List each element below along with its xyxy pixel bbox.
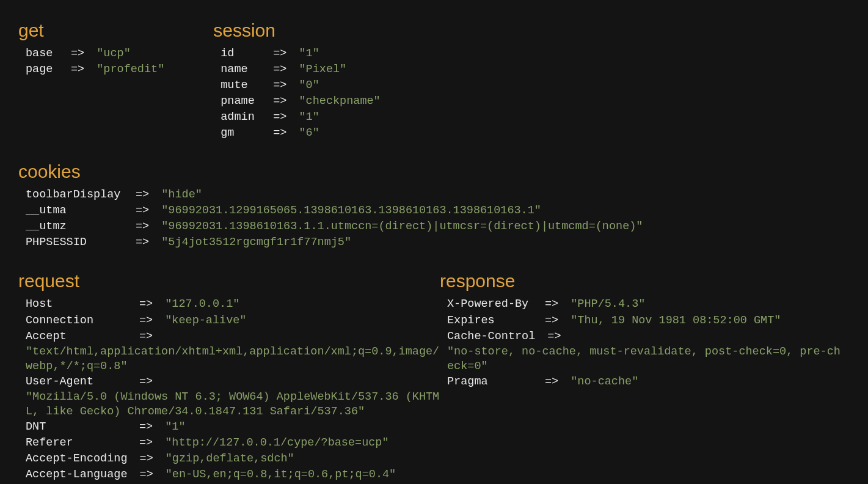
request-key: Host [26,297,127,312]
request-key: Connection [26,314,127,328]
response-value: "no-cache" [571,375,638,389]
session-key: name [221,62,261,77]
request-key: Accept [26,329,127,344]
session-key: id [221,46,261,61]
session-value: "1" [299,110,319,125]
response-value: "Thu, 19 Nov 1981 08:52:00 GMT" [571,314,781,328]
cookies-key: __utma [26,204,123,218]
session-value: "1" [299,46,319,61]
request-value: "127.0.0.1" [165,297,239,312]
arrow: => [261,126,299,141]
session-key: gm [221,126,261,141]
request-row: Connection=>"keep-alive" [26,313,440,329]
cookies-value: "hide" [161,188,202,202]
arrow: => [533,375,571,389]
get-table: base=>"ucp"page=>"profedit" [18,46,164,78]
response-row: X-Powered-By=>"PHP/5.4.3" [447,296,843,312]
session-row: id=>"1" [221,46,380,62]
get-key: base [26,46,59,61]
arrow: => [123,235,161,250]
request-row: Referer=>"http://127.0.0.1/cype/?base=uc… [26,435,440,451]
request-row: Accept-Language=>"en-US,en;q=0.8,it;q=0.… [26,467,440,483]
arrow: => [127,297,165,312]
session-table: id=>"1"name=>"Pixel"mute=>"0"pname=>"che… [213,46,380,141]
section-response: response X-Powered-By=>"PHP/5.4.3"Expire… [440,269,843,484]
request-row: Host=>"127.0.0.1" [26,296,440,312]
arrow: => [59,62,97,77]
cookies-row: PHPSESSID=>"5j4jot3512rgcmgf1r1f77nmj5" [26,235,850,251]
request-key: Accept-Encoding [26,452,128,466]
request-value: "http://127.0.0.1/cype/?base=ucp" [165,436,388,450]
get-row: base=>"ucp" [26,46,164,62]
get-value: "ucp" [97,46,131,61]
top-row: get base=>"ucp"page=>"profedit" session … [18,18,850,160]
session-key: mute [221,78,261,93]
arrow: => [128,468,166,482]
cookies-key: PHPSESSID [26,235,123,250]
arrow: => [123,219,161,234]
arrow: => [127,329,165,344]
response-row: Cache-Control=> [447,329,843,345]
section-get: get base=>"ucp"page=>"profedit" [18,18,164,141]
request-value-wrap: "Mozilla/5.0 (Windows NT 6.3; WOW64) App… [26,390,440,419]
cookies-key: toolbarDisplay [26,188,123,202]
request-row: DNT=>"1" [26,419,440,435]
arrow: => [261,46,299,61]
get-key: page [26,62,59,77]
section-cookies: cookies toolbarDisplay=>"hide"__utma=>"9… [18,160,850,251]
request-key: Accept-Language [26,468,128,482]
request-value: "1" [165,420,185,435]
arrow: => [128,452,166,466]
request-row: Accept=> [26,329,440,345]
session-row: name=>"Pixel" [221,62,380,78]
request-value: "gzip,deflate,sdch" [166,452,294,466]
session-value: "Pixel" [299,62,346,77]
req-resp-row: request Host=>"127.0.0.1"Connection=>"ke… [18,269,850,484]
request-key: User-Agent [26,375,127,389]
arrow: => [127,436,165,450]
arrow: => [261,94,299,109]
cookies-value: "96992031.1398610163.1.1.utmccn=(direct)… [161,219,643,234]
request-row: Accept-Encoding=>"gzip,deflate,sdch" [26,451,440,467]
cookies-key: __utmz [26,219,123,234]
response-key: Pragma [447,375,533,389]
arrow: => [123,188,161,202]
request-value-wrap: "text/html,application/xhtml+xml,applica… [26,345,440,374]
section-request: request Host=>"127.0.0.1"Connection=>"ke… [18,269,440,484]
request-key: DNT [26,420,127,435]
section-session: session id=>"1"name=>"Pixel"mute=>"0"pna… [213,18,380,141]
cookies-row: toolbarDisplay=>"hide" [26,187,850,203]
get-row: page=>"profedit" [26,62,164,78]
cookies-value: "5j4jot3512rgcmgf1r1f77nmj5" [161,235,351,250]
arrow: => [123,204,161,218]
cookies-row: __utmz=>"96992031.1398610163.1.1.utmccn=… [26,219,850,235]
arrow: => [261,110,299,125]
session-value: "0" [299,78,319,93]
heading-session: session [213,18,380,42]
arrow: => [533,314,571,328]
session-row: admin=>"1" [221,109,380,125]
arrow: => [261,62,299,77]
request-value: "keep-alive" [165,314,246,328]
cookies-row: __utma=>"96992031.1299165065.1398610163.… [26,203,850,219]
heading-response: response [440,269,843,293]
response-key: X-Powered-By [447,297,533,312]
heading-cookies: cookies [18,160,850,183]
heading-request: request [18,269,440,293]
arrow: => [535,329,573,344]
session-key: pname [221,94,261,109]
session-row: pname=>"checkpname" [221,94,380,109]
response-value-wrap: "no-store, no-cache, must-revalidate, po… [447,345,843,374]
session-value: "6" [299,126,319,141]
request-table: Host=>"127.0.0.1"Connection=>"keep-alive… [18,296,440,484]
cookies-value: "96992031.1299165065.1398610163.13986101… [161,204,541,218]
response-row: Pragma=>"no-cache" [447,374,843,390]
response-row: Expires=>"Thu, 19 Nov 1981 08:52:00 GMT" [447,313,843,329]
arrow: => [127,314,165,328]
request-row: User-Agent=> [26,374,440,390]
response-table: X-Powered-By=>"PHP/5.4.3"Expires=>"Thu, … [440,296,843,389]
request-key: Referer [26,436,127,450]
arrow: => [533,297,571,312]
arrow: => [59,46,97,61]
session-key: admin [221,110,261,125]
